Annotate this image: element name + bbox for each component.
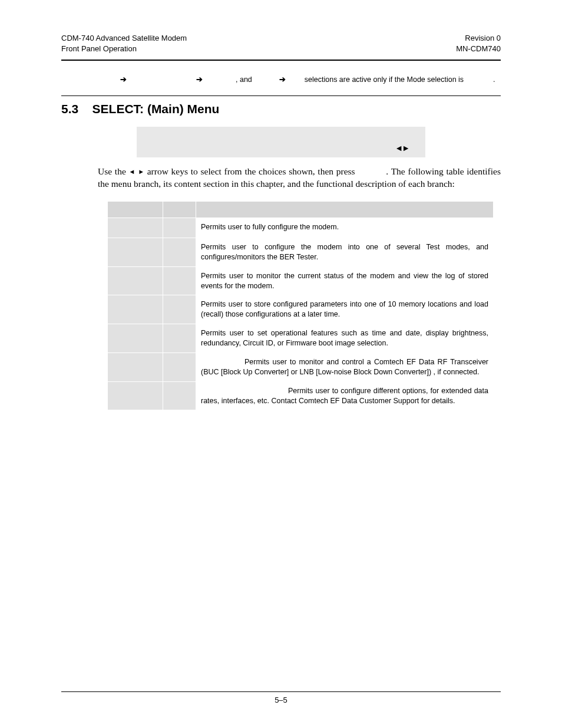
table-row: Permits user to fully configure the mode… <box>108 218 494 238</box>
section-rule <box>61 95 501 96</box>
note-line: , and selections are active only if the … <box>61 61 501 95</box>
page-footer: 5–5 <box>61 691 501 704</box>
table-row: Permits user to monitor the current stat… <box>108 266 494 295</box>
table-header-row <box>108 201 494 218</box>
th-branch <box>108 201 163 218</box>
page-number: 5–5 <box>275 696 287 704</box>
header-revision: Revision 0 <box>456 33 501 44</box>
arrow-right-icon <box>196 75 203 84</box>
th-section <box>163 201 196 218</box>
arrow-right-icon <box>279 75 286 84</box>
th-description <box>196 201 494 218</box>
lcd-arrow-icons: ◄► <box>395 143 409 153</box>
triangle-left-icon: ◄ <box>129 168 135 175</box>
header-docnum: MN-CDM740 <box>456 44 501 54</box>
header-subtitle: Front Panel Operation <box>61 44 187 54</box>
header-title: CDM-740 Advanced Satellite Modem <box>61 33 187 44</box>
table-row: Permits user to set operational features… <box>108 324 494 353</box>
table-row: Permits user to configure different opti… <box>108 381 494 410</box>
table-row: Permits user to store configured paramet… <box>108 295 494 324</box>
section-heading: 5.3 SELECT: (Main) Menu <box>61 102 501 116</box>
menu-table: Permits user to fully configure the mode… <box>107 201 494 411</box>
arrow-right-icon <box>120 75 127 84</box>
triangle-right-icon: ► <box>138 168 144 175</box>
body-paragraph: Use the ◄ ► arrow keys to select from th… <box>98 166 501 190</box>
lcd-display: ◄► <box>137 127 425 157</box>
table-row: Permits user to monitor and control a Co… <box>108 353 494 381</box>
page-header: CDM-740 Advanced Satellite Modem Front P… <box>61 33 501 54</box>
table-row: Permits user to configure the modem into… <box>108 238 494 266</box>
